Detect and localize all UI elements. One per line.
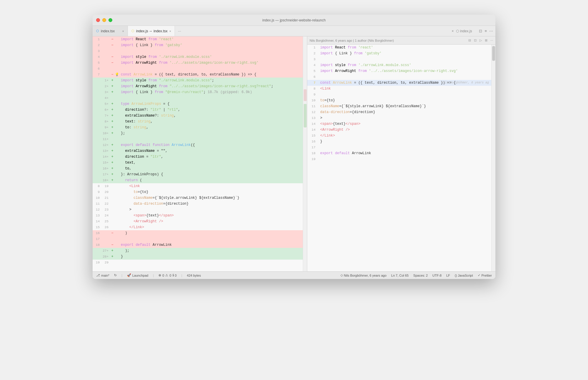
close-button[interactable] [96,18,100,22]
code-line: 27+ + ); [93,248,303,254]
code-line: 18+ + return ( [93,177,303,183]
scrollbar[interactable] [303,36,307,271]
js-icon: ⬡ [131,29,134,33]
status-errors[interactable]: ⊗ 0 ⚠ 0 ℹ 0 [158,273,176,277]
blame-inline: Nils Borgböhmer, 6 years ag [441,80,489,86]
code-line: 13 > [307,115,491,121]
git-author-icon: ◇ [340,273,343,277]
tab-label: index.tsx [101,29,115,33]
right-code-editor[interactable]: 1 import React from 'react' 2 import { L… [307,45,491,271]
code-line: 4 − import style from './arrowLink.modul… [93,54,303,60]
tab-diff[interactable]: ⬡ index.js ↔ index.tsx × [128,26,175,36]
sync-icon: ↻ [114,273,117,277]
code-line: 19 29 [93,260,303,265]
code-line: 7 const ArrowLink = ({ text, direction, … [307,80,491,86]
code-line: 8+ + text: string, [93,119,303,125]
code-line: 4+ [93,95,303,101]
code-line: 9 20 to={to} [93,189,303,195]
more-icon[interactable]: ··· [490,38,493,42]
right-panel-close[interactable]: × [452,29,454,33]
file-size: 424 bytes [187,274,201,277]
code-line: 1 import React from 'react' [307,45,491,51]
code-line: 10 to={to} [307,97,491,103]
tab-close-icon[interactable]: × [122,29,124,33]
git-author: Nils Borgböhmer, 6 years ago [344,274,387,277]
status-author: ◇ Nils Borgböhmer, 6 years ago [340,273,387,277]
status-eol[interactable]: LF [446,274,450,277]
more-options-icon[interactable]: ⋯ [489,29,493,33]
maximize-button[interactable] [108,18,112,22]
code-line: 12+ + export default function ArrowLink(… [93,142,303,148]
error-icon: ⊗ [158,273,161,277]
formatter-icon: ✓ [478,273,480,277]
right-panel-header: Nils Borgböhmer, 6 years ago | 1 author … [307,36,495,45]
status-spaces[interactable]: Spaces: 2 [413,274,428,277]
code-line: 5 import ArrowRight from '../../assets/i… [307,68,491,74]
code-line: 3 [307,56,491,62]
code-line: 12 data-direction={direction} [307,109,491,115]
traffic-lights [96,18,112,22]
code-line: 2 import { Link } from 'gatsby' [307,51,491,56]
inline-view-icon[interactable]: ⊟ [468,38,471,42]
code-line: 15+ + text, [93,160,303,166]
code-line: 2+ + import ArrowRight from "../../asset… [93,83,303,89]
tab-label: index.js ↔ index.tsx [136,29,168,33]
status-language[interactable]: () JavaScript [455,274,473,277]
git-icon: ⎇ [96,273,100,277]
tab-more-button[interactable]: ··· [175,26,184,36]
code-line: 16 − ) [93,230,303,236]
warning-count: 0 [169,274,171,277]
code-line: 15 </Link> [307,133,491,139]
code-line: 9+ + to: string, [93,125,303,130]
code-line: 11 22 data-direction={direction} [93,201,303,207]
blame-author: Nils Borgböhmer, 6 years ago | 1 author … [310,39,394,42]
code-line: 18 − export default ArrowLink [93,242,303,248]
tab-close-icon[interactable]: × [169,29,171,33]
code-line: 17+ + }: ArrowLinkProps) { [93,171,303,177]
scrollbar-added-indicator [304,104,307,127]
code-line: 13 24 <span>{text}</span> [93,213,303,218]
status-position[interactable]: Ln 7, Col 65 [391,274,409,277]
tab-index-tsx[interactable]: ⬡ index.tsx × [93,26,128,36]
status-encoding[interactable]: UTF-8 [432,274,442,277]
branch-name: main* [101,274,109,277]
code-line: 12 23 > [93,207,303,213]
diff-code-editor[interactable]: 1 − import React from 'react' 2 − import… [93,36,303,271]
status-sync[interactable]: ↻ [114,273,117,277]
minimize-button[interactable] [102,18,106,22]
window-title: index.js — jpschneider-website-relaunch [262,18,325,22]
code-line: 8 19 <Link [93,183,303,189]
diff-panel: 1 − import React from 'react' 2 − import… [93,36,307,271]
play-icon[interactable]: ▷ [480,38,482,42]
side-view-icon[interactable]: ⊡ [474,38,477,42]
eol-type: LF [446,274,450,277]
code-line: 2 − import { Link } from 'gatsby' [93,42,303,48]
code-line: 10+ + }; [93,130,303,136]
info-icon: ℹ [173,273,174,277]
status-launchpad[interactable]: 🚀 Launchpad [127,273,148,277]
code-line: 14 25 <ArrowRight /> [93,218,303,224]
tab-right-label: ⬡ index.js [456,29,472,33]
code-line: 6+ + direction?: "ltr" | "rtl", [93,107,303,113]
code-line: 14 <span>{text}</span> [307,121,491,127]
status-branch[interactable]: ⎇ main* [96,273,109,277]
right-scrollbar[interactable] [491,45,495,271]
indent-spaces: Spaces: 2 [413,274,428,277]
language-mode: () JavaScript [455,274,473,277]
code-line: 7 − 💡 const ArrowLink = ({ text, directi… [93,72,303,78]
code-line: 11+ [93,136,303,142]
code-line: 13+ + extraClassName = "", [93,148,303,154]
status-formatter[interactable]: ✓ Prettier [478,273,492,277]
info-count: 0 [175,274,177,277]
code-line: 11 className={`${style.arrowLink} ${extr… [307,103,491,109]
split-icon[interactable]: ⊞ [485,38,487,42]
split-view-icon[interactable]: ⊡ [479,29,482,33]
code-line: 8 <Link [307,86,491,92]
code-line: 16+ + to, [93,166,303,171]
code-line: 17 [93,236,303,242]
code-line: 10 21 className={`${style.arrowLink} ${e… [93,195,303,201]
code-line: 14 <ArrowRight /> [307,127,491,133]
code-line: 4 import style from './arrowLink.module.… [307,62,491,68]
code-line: 6 [93,66,303,72]
inline-diff-icon[interactable]: ≡ [485,29,487,33]
